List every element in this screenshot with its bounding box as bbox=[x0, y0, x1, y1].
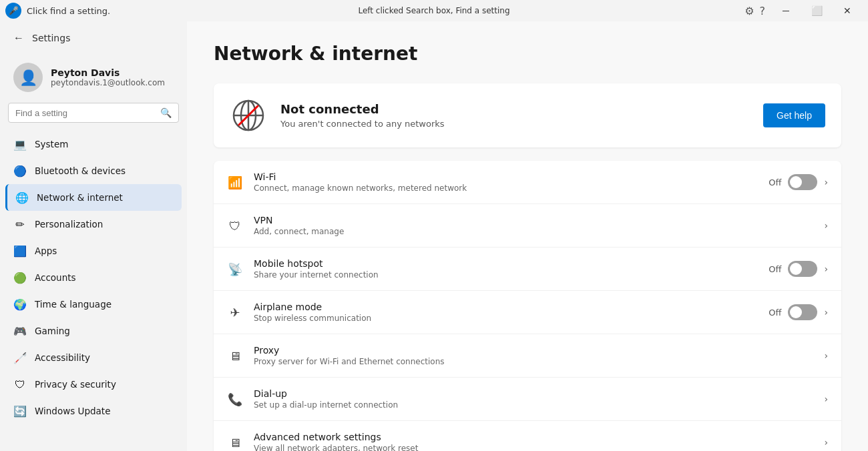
sidebar-item-label-accessibility: Accessibility bbox=[35, 352, 90, 363]
proxy-icon: 🖥 bbox=[227, 348, 243, 364]
setting-item-wifi[interactable]: 📶Wi-FiConnect, manage known networks, me… bbox=[214, 161, 841, 204]
help-icon[interactable]: ? bbox=[760, 5, 766, 17]
sidebar-item-label-apps: Apps bbox=[35, 246, 57, 256]
sidebar-item-label-system: System bbox=[35, 139, 68, 149]
avatar: 👤 bbox=[13, 63, 43, 92]
setting-desc-hotspot: Share your internet connection bbox=[254, 270, 758, 280]
sidebar-item-gaming[interactable]: 🎮Gaming bbox=[5, 318, 182, 344]
search-input[interactable] bbox=[15, 108, 155, 118]
sidebar-item-label-update: Windows Update bbox=[35, 406, 110, 416]
title-bar-right-group: ⚙ ? ─ ⬜ ✕ bbox=[744, 0, 863, 21]
sidebar-item-accessibility[interactable]: 🦯Accessibility bbox=[5, 344, 182, 371]
sidebar: ← Settings 👤 Peyton Davis peytondavis.1@… bbox=[0, 21, 187, 451]
main-content: Network & internet Not connected You are… bbox=[187, 21, 868, 451]
mic-hint-text: Click find a setting. bbox=[27, 6, 110, 16]
window-controls: ─ ⬜ ✕ bbox=[771, 0, 863, 21]
sidebar-header: ← Settings bbox=[5, 21, 182, 57]
sidebar-item-label-personalization: Personalization bbox=[35, 219, 103, 230]
setting-name-airplane: Airplane mode bbox=[254, 302, 758, 312]
accounts-nav-icon: 🟢 bbox=[13, 271, 27, 284]
sidebar-item-bluetooth[interactable]: 🔵Bluetooth & devices bbox=[5, 157, 182, 184]
personalization-nav-icon: ✏️ bbox=[13, 217, 27, 231]
hotspot-icon: 📡 bbox=[227, 261, 243, 277]
user-email: peytondavis.1@outlook.com bbox=[51, 78, 165, 87]
back-button[interactable]: ← bbox=[11, 29, 27, 47]
setting-item-dialup[interactable]: 📞Dial-upSet up a dial-up internet connec… bbox=[214, 378, 841, 421]
chevron-dialup: › bbox=[824, 394, 828, 404]
setting-name-hotspot: Mobile hotspot bbox=[254, 258, 758, 269]
setting-item-advanced[interactable]: 🖥Advanced network settingsView all netwo… bbox=[214, 421, 841, 451]
system-nav-icon: 💻 bbox=[13, 137, 27, 151]
sidebar-item-accounts[interactable]: 🟢Accounts bbox=[5, 264, 182, 291]
sidebar-item-update[interactable]: 🔄Windows Update bbox=[5, 398, 182, 424]
network-nav-icon: 🌐 bbox=[15, 191, 29, 204]
toggle-hotspot[interactable] bbox=[788, 261, 817, 277]
sidebar-item-time[interactable]: 🌍Time & language bbox=[5, 291, 182, 318]
title-bar-icons: ⚙ ? bbox=[744, 5, 765, 17]
setting-item-airplane[interactable]: ✈Airplane modeStop wireless communicatio… bbox=[214, 291, 841, 334]
settings-label: Settings bbox=[32, 33, 70, 43]
gaming-nav-icon: 🎮 bbox=[13, 324, 27, 338]
toggle-airplane[interactable] bbox=[788, 304, 817, 320]
sidebar-nav: 💻System🔵Bluetooth & devices🌐Network & in… bbox=[5, 131, 182, 424]
search-box[interactable]: 🔍 bbox=[8, 103, 179, 123]
setting-name-advanced: Advanced network settings bbox=[254, 432, 813, 442]
setting-name-wifi: Wi-Fi bbox=[254, 171, 758, 182]
restore-button[interactable]: ⬜ bbox=[801, 0, 832, 21]
close-button[interactable]: ✕ bbox=[832, 0, 863, 21]
chevron-advanced: › bbox=[824, 437, 828, 448]
setting-name-proxy: Proxy bbox=[254, 345, 813, 356]
sidebar-item-network[interactable]: 🌐Network & internet bbox=[5, 184, 182, 211]
sidebar-item-label-network: Network & internet bbox=[37, 192, 123, 203]
airplane-icon: ✈ bbox=[227, 304, 243, 320]
sidebar-item-label-gaming: Gaming bbox=[35, 326, 70, 336]
toggle-label-airplane: Off bbox=[769, 308, 781, 318]
toggle-label-hotspot: Off bbox=[769, 264, 781, 274]
app-container: ← Settings 👤 Peyton Davis peytondavis.1@… bbox=[0, 21, 868, 451]
status-info: Not connected You aren't connected to an… bbox=[280, 102, 750, 129]
network-status-icon bbox=[230, 97, 267, 134]
toggle-wifi[interactable] bbox=[788, 174, 817, 190]
setting-desc-dialup: Set up a dial-up internet connection bbox=[254, 400, 813, 410]
sidebar-item-system[interactable]: 💻System bbox=[5, 131, 182, 157]
update-nav-icon: 🔄 bbox=[13, 404, 27, 418]
status-title: Not connected bbox=[280, 102, 750, 116]
title-bar: 🎤 Click find a setting. Left clicked Sea… bbox=[0, 0, 868, 21]
wifi-icon: 📶 bbox=[227, 174, 243, 190]
page-title: Network & internet bbox=[214, 43, 841, 65]
sidebar-item-personalization[interactable]: ✏️Personalization bbox=[5, 211, 182, 238]
chevron-airplane: › bbox=[824, 307, 828, 318]
gear-icon[interactable]: ⚙ bbox=[744, 5, 754, 17]
sidebar-item-apps[interactable]: 🟦Apps bbox=[5, 238, 182, 264]
accessibility-nav-icon: 🦯 bbox=[13, 351, 27, 364]
sidebar-item-label-accounts: Accounts bbox=[35, 272, 76, 283]
title-bar-left: 🎤 Click find a setting. bbox=[5, 3, 110, 19]
minimize-button[interactable]: ─ bbox=[771, 0, 801, 21]
search-icon: 🔍 bbox=[160, 107, 172, 118]
setting-desc-wifi: Connect, manage known networks, metered … bbox=[254, 183, 758, 193]
sidebar-item-label-time: Time & language bbox=[35, 299, 112, 310]
apps-nav-icon: 🟦 bbox=[13, 244, 27, 258]
title-bar-center-text: Left clicked Search box, Find a setting bbox=[358, 6, 509, 15]
sidebar-item-label-privacy: Privacy & security bbox=[35, 379, 116, 390]
chevron-wifi: › bbox=[824, 177, 828, 187]
time-nav-icon: 🌍 bbox=[13, 298, 27, 311]
status-card: Not connected You aren't connected to an… bbox=[214, 83, 841, 147]
setting-desc-vpn: Add, connect, manage bbox=[254, 227, 813, 236]
toggle-label-wifi: Off bbox=[769, 177, 781, 187]
sidebar-item-privacy[interactable]: 🛡Privacy & security bbox=[5, 371, 182, 398]
setting-item-proxy[interactable]: 🖥ProxyProxy server for Wi-Fi and Etherne… bbox=[214, 334, 841, 378]
mic-icon[interactable]: 🎤 bbox=[5, 3, 21, 19]
status-description: You aren't connected to any networks bbox=[280, 119, 750, 129]
privacy-nav-icon: 🛡 bbox=[13, 378, 27, 391]
setting-item-hotspot[interactable]: 📡Mobile hotspotShare your internet conne… bbox=[214, 248, 841, 291]
setting-desc-advanced: View all network adapters, network reset bbox=[254, 444, 813, 451]
get-help-button[interactable]: Get help bbox=[763, 103, 825, 127]
setting-item-vpn[interactable]: 🛡VPNAdd, connect, manage› bbox=[214, 204, 841, 248]
setting-name-vpn: VPN bbox=[254, 215, 813, 226]
setting-desc-airplane: Stop wireless communication bbox=[254, 314, 758, 323]
sidebar-item-label-bluetooth: Bluetooth & devices bbox=[35, 165, 126, 176]
setting-desc-proxy: Proxy server for Wi-Fi and Ethernet conn… bbox=[254, 357, 813, 366]
user-info: Peyton Davis peytondavis.1@outlook.com bbox=[51, 67, 165, 87]
user-profile: 👤 Peyton Davis peytondavis.1@outlook.com bbox=[5, 57, 182, 103]
